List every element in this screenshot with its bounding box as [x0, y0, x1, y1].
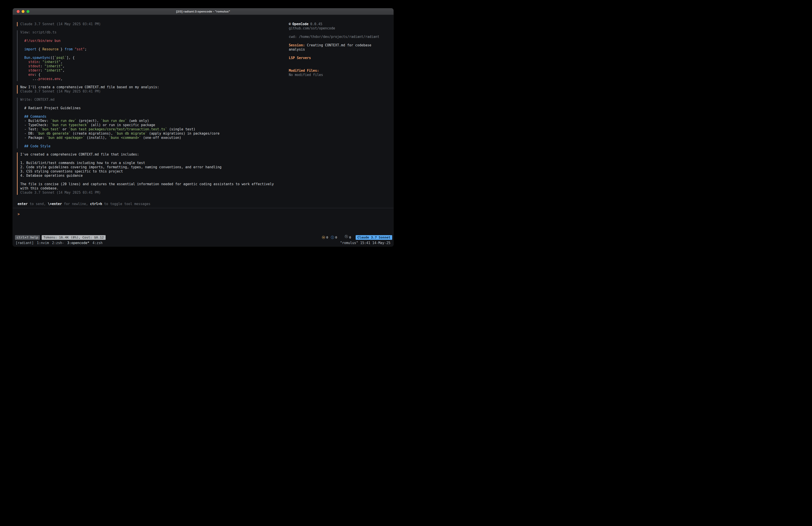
tool-write-block: Write: CONTEXT.md # Radiant Project Guid… [17, 98, 289, 148]
tool-view-title: View: script/db.ts [20, 30, 289, 34]
session-label: Session: [289, 43, 305, 47]
warning-count: 0 [326, 235, 328, 240]
message-text: Now I'll create a comprehensive CONTEXT.… [20, 85, 289, 89]
hints-counter: ⓗ 0 [340, 234, 351, 241]
message-header: Claude 3.7 Sonnet (14 May 2025 03:41 PM) [20, 22, 289, 26]
warning-icon: ⓦ [322, 235, 325, 240]
tmux-window-1[interactable]: 1:nvim [37, 241, 49, 245]
tool-write-title: Write: CONTEXT.md [20, 98, 289, 102]
assistant-summary-block: I've created a comprehensive CONTEXT.md … [17, 153, 289, 195]
assistant-message-header-block: Claude 3.7 Sonnet (14 May 2025 03:41 PM) [17, 22, 289, 26]
tmux-window-3-active[interactable]: 3:opencode* [67, 241, 89, 245]
tmux-window-4[interactable]: 4:zsh [92, 241, 102, 245]
copyright-icon: © [289, 22, 291, 26]
app-title-line: ©OpenCode0.0.45 [289, 22, 388, 26]
session-line: Session: Creating CONTEXT.md for codebas… [289, 43, 388, 52]
warnings-counter: ⓦ 0 [322, 235, 328, 240]
status-bar: ctrl+? help Tokens: 16.4K (8%), Cost: $0… [13, 234, 393, 241]
tmux-right-status: "romulus" 15:41 14-May-25 [340, 241, 390, 245]
info-counter: ⓘ 0 [331, 235, 337, 240]
summary-text: I've created a comprehensive CONTEXT.md … [20, 153, 289, 195]
window-titlebar: [2/3] radiant:3:opencode - "romulus" [13, 8, 393, 15]
prompt-input[interactable]: > [13, 208, 393, 234]
window-title: [2/3] radiant:3:opencode - "romulus" [13, 10, 393, 13]
repo-url: github.com/sst/opencode [289, 26, 388, 30]
app-name: OpenCode [292, 22, 308, 26]
info-icon: ⓘ [331, 235, 334, 240]
keybind-hint: enter to send, \+enter for newline, ctrl… [18, 202, 393, 206]
chat-pane[interactable]: Claude 3.7 Sonnet (14 May 2025 03:41 PM)… [17, 22, 289, 202]
cwd-line: cwd: /home/thdxr/dev/projects/radiant/ra… [289, 35, 388, 39]
content-row: Claude 3.7 Sonnet (14 May 2025 03:41 PM)… [13, 15, 393, 202]
modified-files-title: Modified Files: [289, 69, 388, 73]
modified-files-empty: No modified files [289, 73, 388, 77]
message-header: Claude 3.7 Sonnet (14 May 2025 03:41 PM) [20, 89, 289, 94]
model-chip: Claude 3.7 Sonnet [356, 235, 392, 240]
lsp-servers-title: LSP Servers [289, 56, 388, 60]
tmux-status-bar: [radiant] 1:nvim 2:zsh- 3:opencode* 4:zs… [13, 241, 393, 246]
tool-view-block: View: script/db.ts #!/usr/bin/env bun im… [17, 30, 289, 81]
help-chip: ctrl+? help [15, 235, 40, 240]
tokens-cost-chip: Tokens: 16.4K (8%), Cost: $0.12 [42, 235, 106, 240]
assistant-message-block: Now I'll create a comprehensive CONTEXT.… [17, 85, 289, 94]
hint-count: 0 [349, 235, 351, 240]
minimize-button[interactable] [21, 10, 25, 13]
app-version: 0.0.45 [310, 22, 322, 26]
write-code-block: # Radiant Project Guidelines ## Commands… [20, 106, 289, 148]
close-button[interactable] [17, 10, 19, 13]
view-code-block: #!/usr/bin/env bun import { Resource } f… [20, 39, 289, 81]
info-count: 0 [335, 235, 337, 240]
info-sidebar: ©OpenCode0.0.45 github.com/sst/opencode … [289, 22, 393, 202]
diagnostics-group: ⓦ 0 ⓘ 0 ⓗ 0 [322, 234, 351, 241]
tmux-window-2[interactable]: 2:zsh- [52, 241, 64, 245]
prompt-symbol: > [18, 212, 19, 216]
traffic-lights [17, 10, 29, 13]
hint-icon: ⓗ [345, 234, 348, 239]
zoom-button[interactable] [27, 10, 29, 13]
terminal-window: [2/3] radiant:3:opencode - "romulus" Cla… [13, 8, 393, 246]
tmux-session-name: [radiant] [16, 241, 34, 245]
